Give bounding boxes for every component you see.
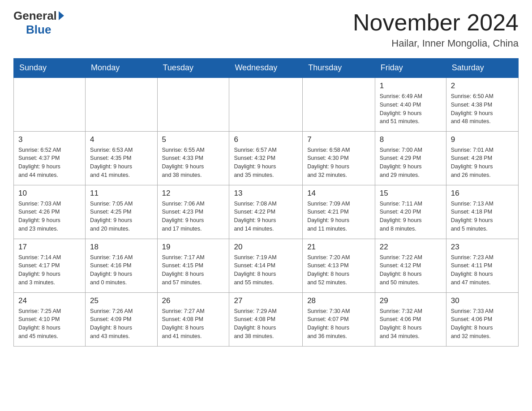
calendar-cell: 12Sunrise: 7:06 AM Sunset: 4:23 PM Dayli…: [157, 185, 229, 239]
day-info: Sunrise: 7:30 AM Sunset: 4:07 PM Dayligh…: [307, 307, 370, 341]
day-info: Sunrise: 7:23 AM Sunset: 4:11 PM Dayligh…: [451, 253, 514, 287]
day-number: 14: [307, 189, 370, 198]
calendar-body: 1Sunrise: 6:49 AM Sunset: 4:40 PM Daylig…: [14, 77, 519, 346]
day-info: Sunrise: 7:16 AM Sunset: 4:16 PM Dayligh…: [90, 253, 152, 287]
day-info: Sunrise: 7:26 AM Sunset: 4:09 PM Dayligh…: [90, 307, 152, 341]
day-number: 27: [234, 296, 298, 305]
page-header: General Blue November 2024 Hailar, Inner…: [13, 9, 519, 49]
day-number: 22: [380, 243, 442, 252]
day-number: 11: [90, 189, 152, 198]
calendar-week-4: 17Sunrise: 7:14 AM Sunset: 4:17 PM Dayli…: [14, 239, 519, 292]
weekday-header-tuesday: Tuesday: [157, 59, 229, 78]
calendar-cell: 24Sunrise: 7:25 AM Sunset: 4:10 PM Dayli…: [14, 292, 86, 346]
day-info: Sunrise: 7:27 AM Sunset: 4:08 PM Dayligh…: [162, 307, 225, 341]
day-info: Sunrise: 7:08 AM Sunset: 4:22 PM Dayligh…: [234, 200, 298, 233]
calendar-cell: 5Sunrise: 6:55 AM Sunset: 4:33 PM Daylig…: [157, 131, 229, 185]
calendar-cell: [86, 77, 157, 131]
calendar-cell: 11Sunrise: 7:05 AM Sunset: 4:25 PM Dayli…: [86, 185, 157, 239]
calendar-cell: [157, 77, 229, 131]
calendar-cell: 4Sunrise: 6:53 AM Sunset: 4:35 PM Daylig…: [86, 131, 157, 185]
day-number: 17: [18, 243, 81, 252]
calendar-week-3: 10Sunrise: 7:03 AM Sunset: 4:26 PM Dayli…: [14, 185, 519, 239]
weekday-header-monday: Monday: [86, 59, 157, 78]
calendar-cell: 29Sunrise: 7:32 AM Sunset: 4:06 PM Dayli…: [375, 292, 446, 346]
calendar-cell: 14Sunrise: 7:09 AM Sunset: 4:21 PM Dayli…: [303, 185, 375, 239]
day-info: Sunrise: 7:25 AM Sunset: 4:10 PM Dayligh…: [18, 307, 81, 341]
calendar-cell: [303, 77, 375, 131]
day-number: 2: [451, 81, 514, 90]
calendar-cell: 17Sunrise: 7:14 AM Sunset: 4:17 PM Dayli…: [14, 239, 86, 292]
day-number: 15: [380, 189, 442, 198]
day-number: 10: [18, 189, 81, 198]
weekday-header-saturday: Saturday: [446, 59, 518, 78]
calendar-cell: 6Sunrise: 6:57 AM Sunset: 4:32 PM Daylig…: [229, 131, 303, 185]
day-info: Sunrise: 7:19 AM Sunset: 4:14 PM Dayligh…: [234, 253, 298, 287]
day-info: Sunrise: 6:55 AM Sunset: 4:33 PM Dayligh…: [162, 146, 225, 180]
day-info: Sunrise: 6:57 AM Sunset: 4:32 PM Dayligh…: [234, 146, 298, 180]
calendar-cell: 10Sunrise: 7:03 AM Sunset: 4:26 PM Dayli…: [14, 185, 86, 239]
calendar-cell: 20Sunrise: 7:19 AM Sunset: 4:14 PM Dayli…: [229, 239, 303, 292]
day-number: 25: [90, 296, 152, 305]
day-number: 8: [380, 135, 442, 144]
calendar-cell: 23Sunrise: 7:23 AM Sunset: 4:11 PM Dayli…: [446, 239, 518, 292]
weekday-header-sunday: Sunday: [14, 59, 86, 78]
calendar-week-1: 1Sunrise: 6:49 AM Sunset: 4:40 PM Daylig…: [14, 77, 519, 131]
day-number: 30: [451, 296, 514, 305]
day-number: 20: [234, 243, 298, 252]
calendar-week-5: 24Sunrise: 7:25 AM Sunset: 4:10 PM Dayli…: [14, 292, 519, 346]
day-number: 23: [451, 243, 514, 252]
logo-blue-text: Blue: [26, 23, 51, 37]
day-number: 1: [380, 81, 442, 90]
day-number: 28: [307, 296, 370, 305]
day-number: 6: [234, 135, 298, 144]
day-number: 24: [18, 296, 81, 305]
day-info: Sunrise: 7:03 AM Sunset: 4:26 PM Dayligh…: [18, 200, 81, 233]
calendar-cell: 3Sunrise: 6:52 AM Sunset: 4:37 PM Daylig…: [14, 131, 86, 185]
calendar-cell: 28Sunrise: 7:30 AM Sunset: 4:07 PM Dayli…: [303, 292, 375, 346]
day-info: Sunrise: 6:58 AM Sunset: 4:30 PM Dayligh…: [307, 146, 370, 180]
weekday-header-wednesday: Wednesday: [229, 59, 303, 78]
day-info: Sunrise: 7:09 AM Sunset: 4:21 PM Dayligh…: [307, 200, 370, 233]
day-number: 19: [162, 243, 225, 252]
logo-general-text: General: [13, 9, 57, 23]
location-text: Hailar, Inner Mongolia, China: [353, 38, 519, 49]
day-number: 9: [451, 135, 514, 144]
day-info: Sunrise: 7:14 AM Sunset: 4:17 PM Dayligh…: [18, 253, 81, 287]
calendar-cell: 9Sunrise: 7:01 AM Sunset: 4:28 PM Daylig…: [446, 131, 518, 185]
calendar-header: SundayMondayTuesdayWednesdayThursdayFrid…: [14, 59, 519, 78]
day-number: 4: [90, 135, 152, 144]
day-number: 12: [162, 189, 225, 198]
day-number: 5: [162, 135, 225, 144]
day-number: 18: [90, 243, 152, 252]
day-info: Sunrise: 7:22 AM Sunset: 4:12 PM Dayligh…: [380, 253, 442, 287]
calendar-cell: 30Sunrise: 7:33 AM Sunset: 4:06 PM Dayli…: [446, 292, 518, 346]
logo-triangle-icon: [59, 11, 64, 20]
calendar-cell: 2Sunrise: 6:50 AM Sunset: 4:38 PM Daylig…: [446, 77, 518, 131]
calendar-cell: 18Sunrise: 7:16 AM Sunset: 4:16 PM Dayli…: [86, 239, 157, 292]
day-info: Sunrise: 6:50 AM Sunset: 4:38 PM Dayligh…: [451, 92, 514, 126]
calendar-cell: 27Sunrise: 7:29 AM Sunset: 4:08 PM Dayli…: [229, 292, 303, 346]
day-number: 21: [307, 243, 370, 252]
day-info: Sunrise: 7:00 AM Sunset: 4:29 PM Dayligh…: [380, 146, 442, 180]
calendar-cell: 8Sunrise: 7:00 AM Sunset: 4:29 PM Daylig…: [375, 131, 446, 185]
day-number: 13: [234, 189, 298, 198]
calendar-cell: 15Sunrise: 7:11 AM Sunset: 4:20 PM Dayli…: [375, 185, 446, 239]
weekday-header-row: SundayMondayTuesdayWednesdayThursdayFrid…: [14, 59, 519, 78]
calendar-cell: 7Sunrise: 6:58 AM Sunset: 4:30 PM Daylig…: [303, 131, 375, 185]
month-title: November 2024: [353, 9, 519, 36]
day-info: Sunrise: 7:01 AM Sunset: 4:28 PM Dayligh…: [451, 146, 514, 180]
day-info: Sunrise: 7:05 AM Sunset: 4:25 PM Dayligh…: [90, 200, 152, 233]
calendar-table: SundayMondayTuesdayWednesdayThursdayFrid…: [13, 58, 519, 347]
day-number: 26: [162, 296, 225, 305]
day-info: Sunrise: 7:11 AM Sunset: 4:20 PM Dayligh…: [380, 200, 442, 233]
day-number: 7: [307, 135, 370, 144]
day-info: Sunrise: 7:33 AM Sunset: 4:06 PM Dayligh…: [451, 307, 514, 341]
day-info: Sunrise: 7:13 AM Sunset: 4:18 PM Dayligh…: [451, 200, 514, 233]
weekday-header-friday: Friday: [375, 59, 446, 78]
day-info: Sunrise: 7:20 AM Sunset: 4:13 PM Dayligh…: [307, 253, 370, 287]
day-info: Sunrise: 7:32 AM Sunset: 4:06 PM Dayligh…: [380, 307, 442, 341]
day-info: Sunrise: 6:49 AM Sunset: 4:40 PM Dayligh…: [380, 92, 442, 126]
calendar-cell: 1Sunrise: 6:49 AM Sunset: 4:40 PM Daylig…: [375, 77, 446, 131]
calendar-cell: 26Sunrise: 7:27 AM Sunset: 4:08 PM Dayli…: [157, 292, 229, 346]
day-info: Sunrise: 6:53 AM Sunset: 4:35 PM Dayligh…: [90, 146, 152, 180]
